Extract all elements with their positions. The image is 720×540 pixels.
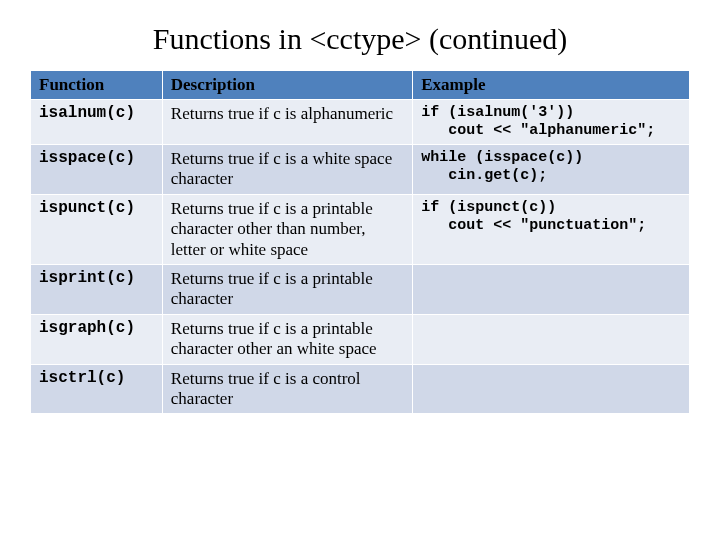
cell-example: if (ispunct(c)) cout << "punctuation"; [413,194,690,264]
header-function: Function [31,71,163,100]
table-header-row: Function Description Example [31,71,690,100]
cell-description: Returns true if c is alphanumeric [162,100,412,145]
cell-function: isspace(c) [31,145,163,195]
cell-function: isgraph(c) [31,314,163,364]
cell-function: isprint(c) [31,264,163,314]
cell-description: Returns true if c is a printable charact… [162,264,412,314]
cell-description: Returns true if c is a white space chara… [162,145,412,195]
header-example: Example [413,71,690,100]
cell-function: isctrl(c) [31,364,163,414]
table-row: isgraph(c) Returns true if c is a printa… [31,314,690,364]
cell-function: isalnum(c) [31,100,163,145]
table-row: isprint(c) Returns true if c is a printa… [31,264,690,314]
cell-example [413,264,690,314]
header-description: Description [162,71,412,100]
cell-example [413,364,690,414]
cell-example: while (isspace(c)) cin.get(c); [413,145,690,195]
cell-description: Returns true if c is a control character [162,364,412,414]
cell-example [413,314,690,364]
table-row: ispunct(c) Returns true if c is a printa… [31,194,690,264]
table-row: isspace(c) Returns true if c is a white … [31,145,690,195]
table-row: isctrl(c) Returns true if c is a control… [31,364,690,414]
cell-description: Returns true if c is a printable charact… [162,314,412,364]
functions-table: Function Description Example isalnum(c) … [30,70,690,414]
table-row: isalnum(c) Returns true if c is alphanum… [31,100,690,145]
cell-example: if (isalnum('3')) cout << "alphanumeric"… [413,100,690,145]
slide-title: Functions in <cctype> (continued) [30,22,690,56]
cell-description: Returns true if c is a printable charact… [162,194,412,264]
cell-function: ispunct(c) [31,194,163,264]
slide: Functions in <cctype> (continued) Functi… [0,0,720,540]
